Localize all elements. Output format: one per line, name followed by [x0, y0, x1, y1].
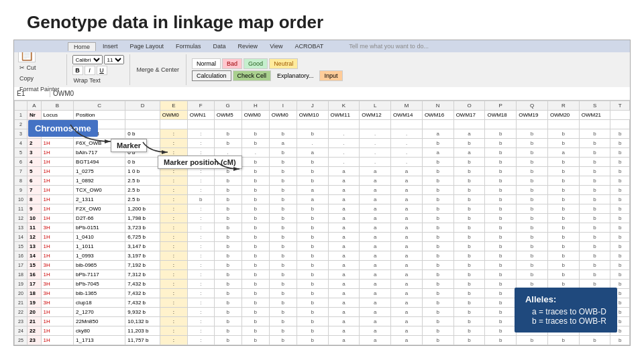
table-cell[interactable]: . — [328, 139, 360, 148]
table-cell[interactable]: 2.5 b — [125, 186, 160, 195]
table-cell[interactable]: b — [269, 167, 297, 176]
table-cell[interactable]: 8 — [28, 195, 42, 204]
table-cell[interactable]: 10 — [28, 214, 42, 223]
table-cell[interactable]: b — [547, 261, 579, 270]
header-cell[interactable] — [214, 120, 241, 129]
col-i-header[interactable]: I — [269, 101, 297, 111]
table-cell[interactable]: b — [269, 280, 297, 289]
col-e-header[interactable]: E — [160, 101, 187, 111]
table-cell[interactable]: 19 — [28, 298, 42, 308]
table-cell[interactable]: b — [297, 176, 328, 186]
table-cell[interactable]: a — [391, 270, 423, 280]
table-cell[interactable]: 11,757 b — [125, 336, 160, 345]
table-cell[interactable]: b — [241, 308, 269, 317]
table-cell[interactable]: b — [610, 204, 630, 214]
header-cell[interactable]: OWM18 — [485, 111, 517, 120]
table-cell[interactable]: b — [610, 242, 630, 251]
table-cell[interactable]: a — [360, 251, 391, 261]
table-cell[interactable]: a — [360, 280, 391, 289]
table-cell[interactable]: a — [360, 167, 391, 176]
table-cell[interactable]: b — [297, 261, 328, 270]
table-cell[interactable]: b — [517, 148, 548, 158]
wrap-text-button[interactable]: Wrap Text — [72, 76, 102, 84]
table-cell[interactable]: b — [241, 261, 269, 270]
table-cell[interactable]: b — [187, 195, 214, 204]
table-cell[interactable]: 12 — [28, 233, 42, 242]
table-cell[interactable]: : — [187, 129, 214, 139]
table-cell[interactable]: : — [187, 204, 214, 214]
table-cell[interactable]: b — [453, 195, 485, 204]
table-cell[interactable]: b — [485, 242, 517, 251]
table-cell[interactable]: b — [453, 242, 485, 251]
table-cell[interactable]: bPb-7117 — [74, 270, 125, 280]
table-cell[interactable]: b — [241, 289, 269, 298]
table-cell[interactable]: 3,147 b — [125, 242, 160, 251]
table-cell[interactable]: a — [391, 289, 423, 298]
table-cell[interactable]: b — [297, 280, 328, 289]
table-cell[interactable]: b — [453, 298, 485, 308]
table-cell[interactable]: b — [241, 298, 269, 308]
table-cell[interactable]: BGT1494 — [74, 158, 125, 167]
table-cell[interactable]: 7,432 b — [125, 280, 160, 289]
table-cell[interactable]: a — [328, 251, 360, 261]
table-cell[interactable]: b — [517, 336, 548, 345]
table-cell[interactable]: b — [485, 317, 517, 326]
table-cell[interactable]: . — [360, 148, 391, 158]
table-cell[interactable]: a — [328, 308, 360, 317]
table-cell[interactable]: b — [269, 176, 297, 186]
header-cell[interactable] — [125, 111, 160, 120]
table-cell[interactable]: a — [328, 214, 360, 223]
table-cell[interactable]: a — [391, 233, 423, 242]
table-cell[interactable]: . — [360, 139, 391, 148]
table-cell[interactable]: 1_0275 — [74, 167, 125, 176]
header-cell[interactable]: OWM0 — [269, 111, 297, 120]
table-cell[interactable]: b — [485, 223, 517, 233]
table-cell[interactable]: b — [485, 148, 517, 158]
table-cell[interactable]: : — [160, 233, 187, 242]
table-cell[interactable]: 1H — [41, 148, 74, 158]
header-cell[interactable]: OWM0 — [241, 111, 269, 120]
table-cell[interactable]: b — [547, 129, 579, 139]
table-cell[interactable]: b — [297, 167, 328, 176]
table-cell[interactable]: a — [328, 326, 360, 336]
tab-acrobat[interactable]: ACROBAT — [289, 42, 329, 50]
table-cell[interactable]: b — [579, 195, 610, 204]
search-box[interactable]: Tell me what you want to do... — [343, 42, 434, 50]
table-cell[interactable]: 4 — [28, 158, 42, 167]
table-cell[interactable]: b — [214, 308, 241, 317]
table-cell[interactable]: b — [453, 186, 485, 195]
table-cell[interactable]: b — [269, 186, 297, 195]
table-cell[interactable]: b — [485, 129, 517, 139]
table-cell[interactable]: b — [422, 176, 453, 186]
table-cell[interactable]: b — [269, 195, 297, 204]
table-cell[interactable]: : — [160, 176, 187, 186]
table-cell[interactable]: 11 — [28, 223, 42, 233]
table-cell[interactable]: b — [422, 139, 453, 148]
table-cell[interactable]: a — [360, 223, 391, 233]
col-g-header[interactable]: G — [214, 101, 241, 111]
table-cell[interactable]: b — [453, 261, 485, 270]
header-cell[interactable] — [610, 120, 630, 129]
table-cell[interactable]: b — [422, 233, 453, 242]
table-cell[interactable]: 1_0993 — [74, 251, 125, 261]
table-cell[interactable]: : — [160, 280, 187, 289]
table-cell[interactable]: a — [328, 280, 360, 289]
style-normal[interactable]: Normal — [192, 58, 221, 69]
table-cell[interactable]: b — [517, 167, 548, 176]
table-cell[interactable]: : — [187, 317, 214, 326]
table-cell[interactable]: 3H — [41, 261, 74, 270]
table-cell[interactable]: 1H — [41, 176, 74, 186]
table-cell[interactable]: b — [547, 214, 579, 223]
table-cell[interactable]: 7,192 b — [125, 261, 160, 270]
col-p-header[interactable]: P — [485, 101, 517, 111]
table-cell[interactable]: bib-0965 — [74, 261, 125, 270]
header-cell[interactable] — [485, 120, 517, 129]
header-cell[interactable]: OWM12 — [360, 111, 391, 120]
table-cell[interactable]: b — [422, 223, 453, 233]
table-cell[interactable]: b — [547, 195, 579, 204]
table-cell[interactable]: b — [453, 280, 485, 289]
table-cell[interactable]: b — [422, 298, 453, 308]
table-cell[interactable]: b — [297, 214, 328, 223]
table-cell[interactable]: 10,132 b — [125, 317, 160, 326]
table-cell[interactable]: 1H — [41, 317, 74, 326]
